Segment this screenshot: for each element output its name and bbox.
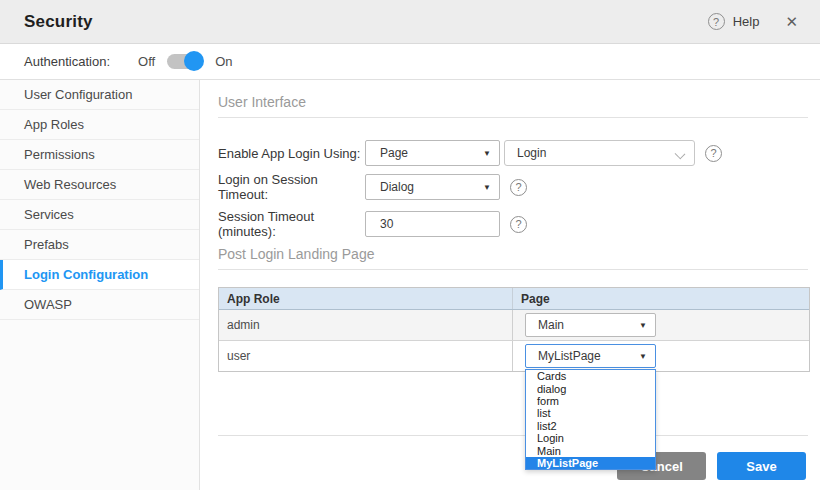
- field-login-session-timeout: Login on Session Timeout: Dialog ▼ ?: [218, 174, 820, 200]
- sidebar-item-label: Login Configuration: [24, 267, 148, 282]
- sidebar-item-web-resources[interactable]: Web Resources: [0, 170, 199, 200]
- session-timeout-type-select-value: Dialog: [380, 180, 414, 194]
- authentication-bar: Authentication: Off On: [0, 44, 820, 80]
- table-header-app-role: App Role: [219, 288, 513, 309]
- dropdown-option-list2[interactable]: list2: [526, 420, 655, 432]
- field-session-timeout-minutes: Session Timeout (minutes): ?: [218, 211, 820, 237]
- dropdown-arrow-icon: ▼: [639, 321, 647, 330]
- sidebar-item-label: User Configuration: [24, 87, 132, 102]
- session-timeout-type-label: Login on Session Timeout:: [218, 172, 365, 202]
- field-enable-app-login: Enable App Login Using: Page ▼ Login ?: [218, 140, 820, 166]
- help-icon[interactable]: ?: [510, 216, 527, 233]
- table-header-page: Page: [513, 288, 809, 309]
- dropdown-option-list[interactable]: list: [526, 407, 655, 419]
- table-row: admin Main ▼: [219, 310, 809, 341]
- admin-page-select-value: Main: [538, 318, 564, 332]
- footer-divider: [218, 435, 808, 436]
- login-page-combobox-value: Login: [517, 146, 546, 160]
- toggle-knob: [184, 51, 204, 71]
- app-role-cell: admin: [219, 310, 513, 340]
- chevron-down-icon: [675, 149, 686, 160]
- admin-page-select[interactable]: Main ▼: [525, 313, 656, 337]
- sidebar-item-services[interactable]: Services: [0, 200, 199, 230]
- page-dropdown-list: Cards dialog form list list2 Login Main …: [525, 369, 656, 470]
- dropdown-option-dialog[interactable]: dialog: [526, 382, 655, 394]
- login-page-combobox[interactable]: Login: [504, 140, 695, 166]
- authentication-label: Authentication:: [24, 54, 110, 69]
- session-timeout-minutes-label: Session Timeout (minutes):: [218, 209, 365, 239]
- session-timeout-minutes-input[interactable]: [365, 211, 500, 237]
- dropdown-option-mylistpage[interactable]: MyListPage: [526, 457, 655, 469]
- dropdown-arrow-icon: ▼: [483, 149, 491, 158]
- help-icon[interactable]: ?: [510, 179, 527, 196]
- page-cell: MyListPage ▼ Cards dialog form list list…: [513, 341, 809, 371]
- login-type-select[interactable]: Page ▼: [365, 140, 500, 166]
- sidebar-item-label: Web Resources: [24, 177, 116, 192]
- authentication-toggle[interactable]: [167, 54, 201, 69]
- enable-app-login-label: Enable App Login Using:: [218, 146, 365, 161]
- main-content: User Interface Enable App Login Using: P…: [200, 80, 820, 490]
- sidebar-item-permissions[interactable]: Permissions: [0, 140, 199, 170]
- help-icon[interactable]: ?: [708, 13, 725, 30]
- close-icon[interactable]: ✕: [785, 14, 798, 29]
- section-title-user-interface: User Interface: [218, 94, 808, 118]
- user-page-select[interactable]: MyListPage ▼: [525, 344, 656, 368]
- dropdown-option-form[interactable]: form: [526, 395, 655, 407]
- sidebar-item-prefabs[interactable]: Prefabs: [0, 230, 199, 260]
- table-row: user MyListPage ▼ Cards dialog form: [219, 341, 809, 371]
- dropdown-option-cards[interactable]: Cards: [526, 370, 655, 382]
- table-header-row: App Role Page: [219, 288, 809, 310]
- page-title: Security: [24, 12, 93, 32]
- dropdown-arrow-icon: ▼: [483, 183, 491, 192]
- sidebar-item-label: OWASP: [24, 297, 72, 312]
- post-login-table: App Role Page admin Main ▼ user: [218, 287, 810, 372]
- sidebar-item-user-configuration[interactable]: User Configuration: [0, 80, 199, 110]
- sidebar-item-owasp[interactable]: OWASP: [0, 290, 199, 320]
- user-page-select-value: MyListPage: [538, 349, 601, 363]
- title-bar: Security ? Help ✕: [0, 0, 820, 44]
- dropdown-option-login[interactable]: Login: [526, 432, 655, 444]
- sidebar: User Configuration App Roles Permissions…: [0, 80, 200, 490]
- dropdown-arrow-icon: ▼: [639, 352, 647, 361]
- help-icon[interactable]: ?: [705, 145, 722, 162]
- login-type-select-value: Page: [380, 146, 408, 160]
- session-timeout-type-select[interactable]: Dialog ▼: [365, 174, 500, 200]
- page-cell: Main ▼: [513, 310, 809, 340]
- sidebar-item-label: App Roles: [24, 117, 84, 132]
- sidebar-item-label: Services: [24, 207, 74, 222]
- dropdown-option-main[interactable]: Main: [526, 444, 655, 456]
- help-link[interactable]: Help: [733, 14, 760, 29]
- footer-actions: Cancel Save: [200, 452, 806, 480]
- titlebar-actions: ? Help ✕: [708, 13, 798, 30]
- sidebar-item-login-configuration[interactable]: Login Configuration: [0, 260, 199, 290]
- sidebar-item-label: Permissions: [24, 147, 95, 162]
- toggle-off-label: Off: [138, 54, 155, 69]
- save-button[interactable]: Save: [717, 452, 806, 480]
- section-title-post-login: Post Login Landing Page: [218, 246, 808, 270]
- sidebar-item-label: Prefabs: [24, 237, 69, 252]
- toggle-on-label: On: [215, 54, 232, 69]
- app-role-cell: user: [219, 341, 513, 371]
- security-dialog: Security ? Help ✕ Authentication: Off On…: [0, 0, 820, 490]
- sidebar-item-app-roles[interactable]: App Roles: [0, 110, 199, 140]
